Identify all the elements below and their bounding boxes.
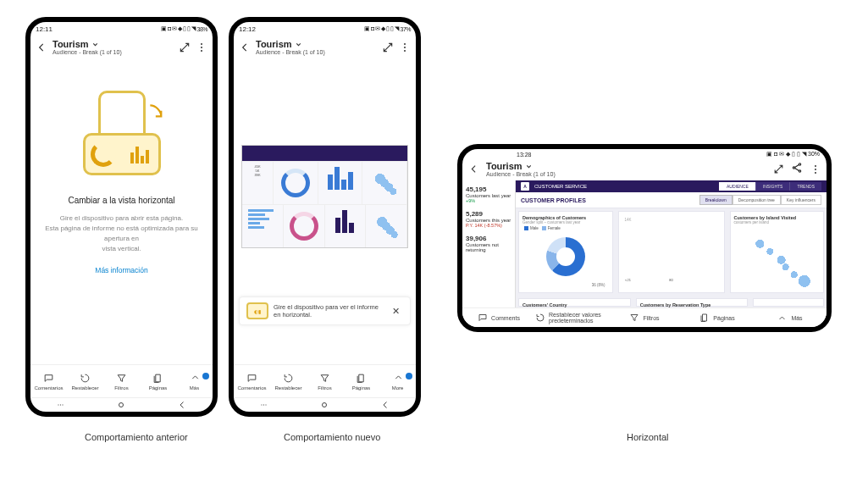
svg-point-2 <box>793 167 794 169</box>
app-header: Tourism Audience - Break (1 of 10) <box>462 159 827 180</box>
status-bar: 13:28 ▣ ◘ ✉ ◆ ▯ ▯ ◥ 30% <box>462 149 827 159</box>
switch-view-title: Cambiar a la vista horizontal <box>68 196 174 205</box>
report-thumbnail[interactable]: 45K5K39K <box>234 145 416 248</box>
toolbar-filters[interactable]: Filtros <box>608 313 681 324</box>
nav-recents[interactable] <box>258 399 270 411</box>
more-button[interactable] <box>810 163 821 175</box>
bottom-toolbar: Comentarios Restablecer Filtros Páginas … <box>234 364 416 397</box>
app-header: Tourism Audience - Break (1 of 10) <box>234 36 416 60</box>
status-time: 12:12 <box>239 25 256 33</box>
expand-button[interactable] <box>179 42 191 53</box>
report-canvas[interactable]: 45,195 Customers last year +9% 5,289 Cus… <box>462 180 827 307</box>
rotate-hint-toast: ◐▮ Gire el dispositivo para ver el infor… <box>239 296 411 325</box>
panel-age-bars[interactable]: 14K <2180 <box>618 211 725 293</box>
pages-icon <box>356 372 368 384</box>
nav-back[interactable] <box>176 399 188 411</box>
nav-back[interactable] <box>379 399 391 411</box>
report-subtitle: Audience - Break (1 of 10) <box>486 171 766 177</box>
panel-country[interactable]: Customers' Country customers last year <box>518 298 631 307</box>
filter-icon <box>629 313 639 324</box>
chevron-up-icon <box>189 372 201 384</box>
filter-icon <box>319 372 331 384</box>
status-bar: 12:11 ▣ ◘ ✉ ◆ ▯ ▯ ◥ 38% <box>30 22 213 36</box>
expand-button[interactable] <box>772 163 784 175</box>
nav-home[interactable] <box>318 399 330 411</box>
notification-dot <box>202 373 209 380</box>
main-tab-insights[interactable]: INSIGHTS <box>755 182 790 191</box>
nav-recents[interactable] <box>55 399 67 411</box>
rotate-hint-text: Gire el dispositivo para ver el informe … <box>274 303 384 319</box>
toolbar-comments[interactable]: Comentarios <box>30 372 67 391</box>
section-title: CUSTOMER PROFILES <box>521 197 586 203</box>
reset-icon <box>535 313 545 324</box>
toolbar-pages[interactable]: Páginas <box>343 372 379 391</box>
toolbar-comments[interactable]: Comments <box>462 313 535 324</box>
subtab-decomposition[interactable]: Decomposition tree <box>733 195 781 205</box>
more-button[interactable] <box>399 42 411 53</box>
main-tab-trends[interactable]: TRENDS <box>789 182 821 191</box>
comment-icon <box>246 372 258 384</box>
reset-icon <box>80 372 91 384</box>
rotate-illustration <box>83 91 161 175</box>
panel-reservation-type[interactable]: Customers by Reservation Type <box>636 298 749 307</box>
toolbar-comments[interactable]: Comentarios <box>234 372 270 391</box>
caption-new: Comportamiento nuevo <box>284 432 380 442</box>
nav-home[interactable] <box>115 399 127 411</box>
svg-point-3 <box>799 163 800 165</box>
kpi-customers-last-year: 45,195 Customers last year +9% <box>466 186 511 203</box>
status-time: 13:28 <box>517 152 532 158</box>
toolbar-filters[interactable]: Filtros <box>307 372 343 391</box>
island-map <box>734 224 821 289</box>
status-icons: ▣ ◘ ✉ ◆ ▯ ▯ ◥ 30% <box>766 151 820 158</box>
kpi-customers-this-year: 5,289 Customers this year P.Y. 14K (-8.5… <box>466 210 511 228</box>
bar-chart: <2180 <box>622 241 721 282</box>
subtab-key-influencers[interactable]: Key influencers <box>781 195 821 205</box>
back-button[interactable] <box>239 42 251 53</box>
app-header: Tourism Audience - Break (1 of 10) <box>30 36 213 60</box>
status-time: 12:11 <box>36 25 53 33</box>
toolbar-filters[interactable]: Filtros <box>103 372 140 391</box>
toolbar-pages[interactable]: Páginas <box>140 372 176 391</box>
chevron-up-icon <box>392 372 404 384</box>
toolbar-reset[interactable]: Restablecer valores predeterminados <box>535 312 608 324</box>
svg-point-0 <box>119 403 124 407</box>
more-button[interactable] <box>196 42 207 53</box>
brand-logo: A <box>521 182 529 191</box>
back-button[interactable] <box>36 42 47 53</box>
kpi-sidebar: 45,195 Customers last year +9% 5,289 Cus… <box>462 180 516 307</box>
share-button[interactable] <box>791 162 803 176</box>
toolbar-pages[interactable]: Páginas <box>681 313 754 324</box>
switch-view-body: Gire el dispositivo para abrir esta pági… <box>37 213 206 254</box>
toolbar-reset[interactable]: Restablecer <box>67 372 103 391</box>
brand-text: CUSTOMER SERVICE <box>534 184 587 189</box>
report-title[interactable]: Tourism <box>53 39 174 49</box>
subtab-breakdown[interactable]: Breakdown <box>699 195 733 205</box>
comment-icon <box>478 313 488 324</box>
notification-dot <box>406 373 412 380</box>
caption-previous: Comportamiento anterior <box>85 432 188 442</box>
panel-island-map[interactable]: Customers by Island Visited customers pe… <box>730 211 825 293</box>
reset-icon <box>283 372 295 384</box>
expand-button[interactable] <box>382 42 394 53</box>
pages-icon <box>152 372 164 384</box>
caption-horizontal: Horizontal <box>627 432 669 442</box>
back-button[interactable] <box>467 163 479 175</box>
more-info-link[interactable]: Más información <box>95 266 147 274</box>
report-title[interactable]: Tourism <box>486 161 766 171</box>
status-icons: ▣ ◘ ✉ ◆ ▯ ▯ ◥ 37% <box>364 25 411 32</box>
bottom-toolbar: Comments Restablecer valores predetermin… <box>462 307 827 327</box>
toolbar-more[interactable]: Más <box>754 313 827 324</box>
rotate-hint-close[interactable]: ✕ <box>389 306 403 317</box>
donut-chart <box>546 237 585 276</box>
status-icons: ▣ ◘ ✉ ◆ ▯ ▯ ◥ 38% <box>161 25 207 32</box>
report-title[interactable]: Tourism <box>256 39 377 49</box>
bottom-toolbar: Comentarios Restablecer Filtros Páginas … <box>30 364 213 397</box>
rotate-hint-icon: ◐▮ <box>246 302 268 319</box>
toolbar-reset[interactable]: Restablecer <box>270 372 307 391</box>
pages-icon <box>699 313 710 324</box>
main-tab-audience[interactable]: AUDIENCE <box>719 182 755 191</box>
android-nav-bar <box>234 397 416 412</box>
report-subtitle: Audience - Break (1 of 10) <box>256 49 377 55</box>
panel-demographics[interactable]: Demographics of Customers Gender split –… <box>518 211 613 293</box>
android-nav-bar <box>30 397 213 412</box>
